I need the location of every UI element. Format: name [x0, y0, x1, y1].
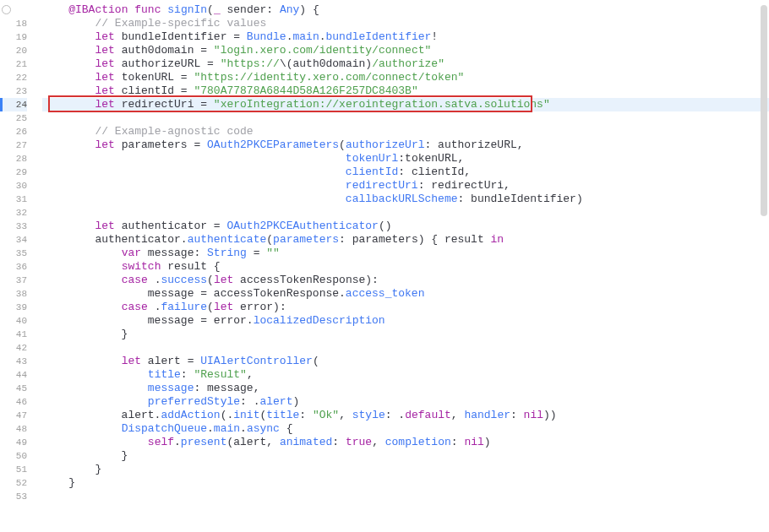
- line-number[interactable]: 24: [0, 98, 27, 111]
- code-line[interactable]: }: [42, 449, 769, 463]
- code-line[interactable]: let authorizeURL = "https://\(auth0domai…: [42, 57, 769, 71]
- line-number[interactable]: 51: [0, 463, 27, 476]
- line-number[interactable]: 44: [0, 368, 27, 382]
- line-number[interactable]: 52: [0, 476, 27, 490]
- code-token: redirectUri =: [115, 98, 214, 111]
- code-line[interactable]: [42, 111, 769, 125]
- vertical-scrollbar[interactable]: [761, 5, 767, 216]
- line-number[interactable]: 50: [0, 449, 27, 463]
- line-number[interactable]: 42: [0, 341, 27, 355]
- line-number[interactable]: 27: [0, 138, 27, 152]
- line-number[interactable]: [0, 3, 27, 17]
- code-token: [42, 355, 122, 367]
- line-number[interactable]: 36: [0, 260, 27, 274]
- code-token: \(: [280, 57, 293, 70]
- code-line[interactable]: var message: String = "": [42, 247, 769, 260]
- code-line[interactable]: tokenUrl:tokenURL,: [42, 152, 769, 166]
- code-line[interactable]: [42, 490, 769, 503]
- line-number[interactable]: 29: [0, 166, 27, 179]
- code-line[interactable]: let clientId = "780A77878A6844D58A126F25…: [42, 84, 769, 98]
- line-number[interactable]: 19: [0, 30, 27, 44]
- breakpoint-icon[interactable]: [2, 5, 11, 14]
- code-line[interactable]: message: message,: [42, 382, 769, 395]
- code-token: sender:: [221, 3, 280, 16]
- line-number[interactable]: 23: [0, 84, 27, 98]
- code-line[interactable]: DispatchQueue.main.async {: [42, 422, 769, 436]
- line-number[interactable]: 40: [0, 314, 27, 328]
- code-token: [42, 84, 95, 97]
- line-number[interactable]: 37: [0, 274, 27, 287]
- code-token: alert.: [42, 409, 161, 421]
- line-number[interactable]: 28: [0, 152, 27, 166]
- line-number[interactable]: 35: [0, 247, 27, 260]
- line-number[interactable]: 41: [0, 328, 27, 341]
- code-token: Bundle: [247, 30, 286, 43]
- line-number[interactable]: 39: [0, 301, 27, 314]
- code-line[interactable]: let alert = UIAlertController(: [42, 355, 769, 368]
- code-line[interactable]: case .failure(let error):: [42, 301, 769, 314]
- line-number[interactable]: 26: [0, 125, 27, 138]
- code-line[interactable]: let redirectUri = "xeroIntegration://xer…: [42, 98, 769, 111]
- line-number[interactable]: 33: [0, 220, 27, 233]
- code-line[interactable]: let parameters = OAuth2PKCEParameters(au…: [42, 138, 769, 152]
- code-line[interactable]: preferredStyle: .alert): [42, 395, 769, 409]
- line-number[interactable]: 32: [0, 206, 27, 220]
- line-number[interactable]: 21: [0, 57, 27, 71]
- code-line[interactable]: }: [42, 463, 769, 476]
- line-number[interactable]: 30: [0, 179, 27, 193]
- code-line[interactable]: // Example-agnostic code: [42, 125, 769, 138]
- line-number[interactable]: 43: [0, 355, 27, 368]
- line-number[interactable]: 20: [0, 44, 27, 57]
- code-token: ,: [339, 409, 352, 421]
- code-line[interactable]: self.present(alert, animated: true, comp…: [42, 436, 769, 449]
- line-number[interactable]: 47: [0, 409, 27, 422]
- line-number[interactable]: 31: [0, 193, 27, 206]
- code-line[interactable]: [42, 206, 769, 220]
- code-token: self: [148, 436, 174, 448]
- line-number[interactable]: 53: [0, 490, 27, 503]
- line-number[interactable]: 25: [0, 111, 27, 125]
- code-line[interactable]: redirectUri: redirectUri,: [42, 179, 769, 193]
- code-line[interactable]: let tokenURL = "https://identity.xero.co…: [42, 71, 769, 84]
- code-token: "xeroIntegration://xerointegration.satva…: [214, 98, 550, 111]
- line-number[interactable]: 34: [0, 233, 27, 247]
- code-line[interactable]: @IBAction func signIn(_ sender: Any) {: [42, 3, 769, 17]
- code-token: : parameters) { result: [339, 233, 490, 246]
- code-line[interactable]: let auth0domain = "login.xero.com/identi…: [42, 44, 769, 57]
- code-token: :: [299, 409, 313, 421]
- code-token: [42, 44, 95, 57]
- code-token: bundleIdentifier =: [115, 30, 247, 43]
- code-line[interactable]: callbackURLScheme: bundleIdentifier): [42, 193, 769, 206]
- code-line[interactable]: authenticator.authenticate(parameters: p…: [42, 233, 769, 247]
- code-editor[interactable]: 1819202122232425262728293031323334353637…: [0, 0, 769, 532]
- code-line[interactable]: message = accessTokenResponse.access_tok…: [42, 287, 769, 301]
- code-token: [42, 71, 95, 84]
- code-token: // Example-agnostic code: [95, 125, 253, 138]
- code-line[interactable]: }: [42, 476, 769, 490]
- code-line[interactable]: message = error.localizedDescription: [42, 314, 769, 328]
- code-line[interactable]: case .success(let accessTokenResponse):: [42, 274, 769, 287]
- code-line[interactable]: [42, 341, 769, 355]
- code-token: [42, 193, 346, 205]
- line-number-gutter[interactable]: 1819202122232425262728293031323334353637…: [0, 0, 42, 532]
- line-number[interactable]: 38: [0, 287, 27, 301]
- code-line[interactable]: alert.addAction(.init(title: "Ok", style…: [42, 409, 769, 422]
- code-area[interactable]: @IBAction func signIn(_ sender: Any) { /…: [42, 0, 769, 532]
- code-line[interactable]: title: "Result",: [42, 368, 769, 382]
- code-token: [42, 274, 122, 286]
- code-line[interactable]: let bundleIdentifier = Bundle.main.bundl…: [42, 30, 769, 44]
- code-line[interactable]: clientId: clientId,: [42, 166, 769, 179]
- line-number[interactable]: 45: [0, 382, 27, 395]
- line-number[interactable]: 48: [0, 422, 27, 436]
- line-number[interactable]: 22: [0, 71, 27, 84]
- code-line[interactable]: }: [42, 328, 769, 341]
- line-number[interactable]: 18: [0, 17, 27, 30]
- line-number[interactable]: 49: [0, 436, 27, 449]
- code-token: .: [240, 422, 247, 435]
- code-line[interactable]: // Example-specific values: [42, 17, 769, 30]
- code-line[interactable]: switch result {: [42, 260, 769, 274]
- code-token: "780A77878A6844D58A126F257DC8403B": [194, 84, 417, 97]
- code-line[interactable]: let authenticator = OAuth2PKCEAuthentica…: [42, 220, 769, 233]
- code-token: let: [95, 71, 114, 84]
- line-number[interactable]: 46: [0, 395, 27, 409]
